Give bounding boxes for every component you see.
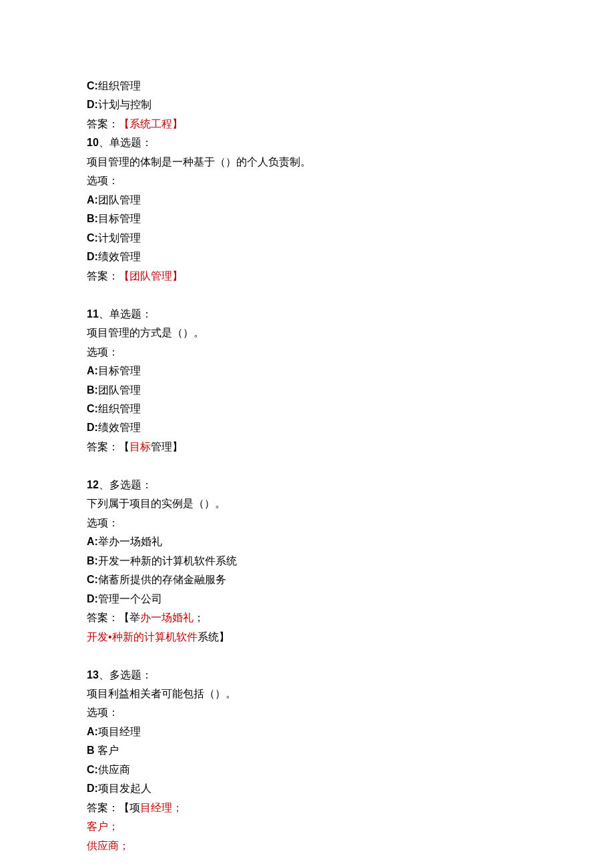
answer-line: 供应商；: [87, 837, 614, 855]
question-heading: 11、单选题：: [87, 305, 614, 324]
question-heading: 12、多选题：: [87, 476, 614, 494]
option-prefix: A:: [87, 536, 98, 547]
question-number: 13: [87, 669, 99, 681]
answer-line: 答案：【举办一场婚礼；: [87, 608, 614, 627]
question-suffix: 、单选题：: [99, 308, 152, 320]
answer-label: 答案：: [87, 802, 119, 813]
option-text: 供应商: [98, 764, 130, 775]
option-prefix: D:: [87, 99, 98, 110]
option-text: 团队管理: [98, 194, 141, 205]
answer-label: 答案：: [87, 441, 119, 452]
blank-line: [87, 286, 614, 304]
question-number: 10: [87, 137, 99, 148]
blank-line: [87, 456, 614, 475]
option-prefix: B:: [87, 213, 98, 224]
answer-label: 答案：: [87, 118, 119, 129]
option-prefix: C:: [87, 80, 98, 91]
option-prefix: C:: [87, 232, 98, 244]
option-prefix: B:: [87, 555, 98, 566]
option-line: B:开发一种新的计算机软件系统: [87, 552, 614, 570]
answer-part: 系统】: [198, 631, 230, 642]
question-text: 下列属于项目的实例是（）。: [87, 494, 614, 513]
option-line: B:目标管理: [87, 209, 614, 228]
option-line: B 客户: [87, 741, 614, 760]
option-line: A:目标管理: [87, 362, 614, 380]
option-text: 目标管理: [98, 213, 141, 224]
option-prefix: D:: [87, 422, 98, 433]
option-prefix: A:: [87, 726, 98, 737]
option-line: A:举办一场婚礼: [87, 532, 614, 551]
answer-part: 【项: [119, 802, 140, 813]
option-prefix: C:: [87, 403, 98, 414]
option-line: B:团队管理: [87, 381, 614, 400]
answer-pre: 【: [119, 441, 129, 452]
option-prefix: A:: [87, 194, 98, 205]
question-text: 项目利益相关者可能包括（）。: [87, 685, 614, 703]
options-label: 选项：: [87, 171, 614, 190]
answer-post: 管理】: [151, 441, 183, 452]
answer-label: 答案：: [87, 612, 119, 623]
option-text: 开发一种新的计算机软件系统: [98, 555, 237, 566]
answer-red: 开发•种新的计算机软件: [87, 631, 198, 642]
options-label: 选项：: [87, 703, 614, 722]
question-text: 项目管理的体制是一种基于（）的个人负责制。: [87, 153, 614, 171]
option-text: 举办一场婚礼: [98, 536, 162, 547]
option-text: 绩效管理: [98, 251, 141, 262]
option-prefix: D:: [87, 783, 98, 794]
answer-line: 答案：【团队管理】: [87, 267, 614, 286]
option-line: D:绩效管理: [87, 248, 614, 266]
answer-line: 答案：【目标管理】: [87, 438, 614, 456]
answer-red: 目经理；: [140, 802, 183, 813]
option-line: C:计划管理: [87, 229, 614, 248]
answer-part: ；: [194, 612, 204, 623]
option-line: D:管理一个公司: [87, 590, 614, 608]
option-line: D:绩效管理: [87, 418, 614, 437]
option-text: 组织管理: [98, 403, 141, 414]
option-prefix: C:: [87, 574, 98, 585]
answer-part: 【举: [119, 612, 140, 623]
question-suffix: 、多选题：: [99, 479, 152, 490]
option-line: A:团队管理: [87, 191, 614, 209]
option-prefix: A:: [87, 365, 98, 376]
option-line: C:储蓄所提供的存储金融服务: [87, 570, 614, 589]
option-text: 储蓄所提供的存储金融服务: [98, 574, 226, 585]
option-text: 客户: [97, 745, 119, 756]
option-prefix: C:: [87, 764, 98, 775]
option-text: 团队管理: [98, 384, 141, 396]
options-label: 选项：: [87, 514, 614, 532]
question-text: 项目管理的方式是（）。: [87, 324, 614, 342]
question-heading: 10、单选题：: [87, 133, 614, 152]
option-text: 管理一个公司: [98, 593, 162, 604]
answer-body: 【系统工程】: [119, 118, 183, 129]
option-text: 计划与控制: [98, 99, 151, 110]
option-prefix: B: [87, 745, 97, 756]
option-prefix: D:: [87, 251, 98, 262]
question-number: 11: [87, 308, 99, 320]
question-number: 12: [87, 479, 99, 490]
answer-red: 供应商；: [87, 840, 129, 851]
question-heading: 13、多选题：: [87, 666, 614, 685]
answer-line: 答案：【项目经理；: [87, 799, 614, 817]
answer-red: 办一场婚礼: [140, 612, 194, 623]
answer-line: 客户；: [87, 817, 614, 836]
answer-body: 【团队管理】: [119, 270, 183, 282]
blank-line: [87, 646, 614, 665]
option-text: 目标管理: [98, 365, 141, 376]
answer-label: 答案：: [87, 270, 119, 282]
option-line: C:组织管理: [87, 400, 614, 418]
option-line: D:计划与控制: [87, 95, 614, 114]
option-prefix: D:: [87, 593, 98, 604]
answer-red: 客户；: [87, 821, 119, 832]
option-text: 项目经理: [98, 726, 141, 737]
option-line: C:供应商: [87, 761, 614, 779]
option-line: A:项目经理: [87, 723, 614, 741]
options-label: 选项：: [87, 343, 614, 362]
option-prefix: B:: [87, 384, 98, 396]
option-text: 项目发起人: [98, 783, 151, 794]
option-text: 组织管理: [98, 80, 141, 91]
question-suffix: 、多选题：: [99, 669, 152, 681]
option-line: D:项目发起人: [87, 779, 614, 798]
answer-line: 答案：【系统工程】: [87, 115, 614, 133]
question-suffix: 、单选题：: [99, 137, 152, 148]
answer-red: 目标: [129, 441, 151, 452]
